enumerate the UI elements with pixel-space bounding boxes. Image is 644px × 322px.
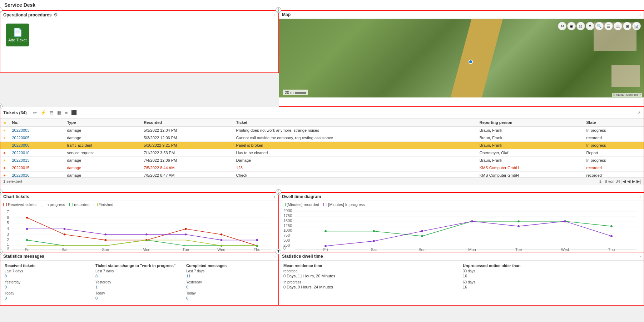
cell-recorded: 5/3/2022 12:04 PM xyxy=(141,127,233,134)
stat-status-label: Ticket status change to "work in progres… xyxy=(95,263,183,268)
cell-recorded: 5/10/2022 9:21 PM xyxy=(141,142,233,149)
table-row[interactable]: ● 20220005 damage 5/3/2022 12:06 PM Cann… xyxy=(0,134,644,142)
cell-state: recorded xyxy=(584,134,644,142)
stat-status-7days: Last 7 days 8 xyxy=(95,269,183,278)
svg-text:Fri: Fri xyxy=(25,247,29,251)
panel5-title: Dwell time diagram xyxy=(282,194,321,199)
svg-point-28 xyxy=(220,233,222,236)
col-person[interactable]: Reporting person xyxy=(477,119,584,127)
cell-dot: ● xyxy=(0,157,9,164)
stat-completed-label: Completed messages xyxy=(186,263,274,268)
panel3-header: Tickets (34) ✏ ⚡ ⊟ ▦ ≡ ⬛ ∧ xyxy=(0,107,644,119)
map-tool-layers[interactable]: ✉ xyxy=(558,22,566,30)
col-ticket[interactable]: Ticket xyxy=(233,119,477,127)
map-tool-chart[interactable]: 📊 xyxy=(632,22,641,30)
panel-stats-messages: 6 Statistics messages › Received tickets… xyxy=(0,252,279,306)
cell-person: Braun, Frank xyxy=(477,134,584,142)
legend-received-icon xyxy=(3,203,7,206)
table-row[interactable]: ● 20220013 damage 7/4/2022 12:06 PM Dama… xyxy=(0,157,644,164)
stat-status-today-val: 0 xyxy=(95,296,183,300)
col-dot: ● xyxy=(0,119,9,127)
cell-recorded: 7/5/2022 8:47 AM xyxy=(141,172,233,178)
toolbar-edit[interactable]: ✏ xyxy=(32,109,38,116)
panel5-chevron[interactable]: › xyxy=(639,195,641,199)
panel-chart-tickets: 4 Chart tickets › Received tickets In pr… xyxy=(0,192,279,252)
map-tool-lines[interactable]: ☰ xyxy=(604,22,613,30)
panel1-chevron[interactable]: › xyxy=(274,13,276,17)
table-row[interactable]: ● 20220016 damage 7/5/2022 8:47 AM Check… xyxy=(0,172,644,178)
panel3-title: Tickets (34) xyxy=(3,110,27,115)
panel2-chevron[interactable]: › xyxy=(639,12,641,17)
stat-mean-residence: Mean residence time recorded 0 Days, 11 … xyxy=(283,263,460,291)
map-tool-screen[interactable]: ⊞ xyxy=(623,22,631,30)
pag-first[interactable]: |◀ xyxy=(621,179,626,184)
pagination-info: 1 - 8 von 34 xyxy=(599,179,620,183)
table-row[interactable]: ● 20220003 damage 5/3/2022 12:04 PM Prin… xyxy=(0,127,644,134)
add-ticket-icon: 📄 xyxy=(13,28,23,37)
add-ticket-button[interactable]: 📄 Add Ticket xyxy=(6,24,29,46)
settings-icon[interactable]: ⚙ xyxy=(54,12,58,17)
table-row[interactable]: ● 20220006 traffic accident 5/10/2022 9:… xyxy=(0,142,644,149)
svg-point-66 xyxy=(373,230,375,232)
svg-text:5: 5 xyxy=(7,221,9,225)
panel5-header: Dwell time diagram › xyxy=(279,193,644,201)
map-tool-list[interactable]: ≡ xyxy=(586,22,594,30)
toolbar-columns[interactable]: ▦ xyxy=(56,109,63,116)
stat-received-yesterday-val: 0 xyxy=(5,285,93,289)
panel4-chevron[interactable]: › xyxy=(274,195,276,199)
cell-state: recorded xyxy=(584,164,644,172)
pag-next[interactable]: ▶ xyxy=(632,179,635,184)
map-container[interactable]: ✉ ◉ ◎ ≡ 🔍 ☰ 📖 ⊞ 📊 20 m © HERE | More Inf… xyxy=(279,19,644,97)
svg-text:1250: 1250 xyxy=(283,223,292,228)
col-state[interactable]: State xyxy=(584,119,644,127)
svg-point-78 xyxy=(610,235,613,237)
panel4-title: Chart tickets xyxy=(3,194,29,199)
cell-recorded: 7/1/2022 3:53 PM xyxy=(141,149,233,157)
toolbar-list[interactable]: ≡ xyxy=(64,109,69,116)
tickets-header-row: ● No. Type Recorded Ticket Reporting per… xyxy=(0,119,644,127)
pag-prev[interactable]: ◀ xyxy=(627,179,630,184)
table-row[interactable]: ● 20220015 damage 7/5/2022 8:44 AM 123 K… xyxy=(0,164,644,172)
map-tool-filter[interactable]: ◎ xyxy=(576,22,585,30)
tickets-table-container[interactable]: ● No. Type Recorded Ticket Reporting per… xyxy=(0,119,644,177)
panel1-header: Operational procedures ⚙ › xyxy=(0,11,278,19)
panel6-chevron[interactable]: › xyxy=(274,254,276,258)
panel-stats-dwell: 7 Statistics dwell time › Mean residence… xyxy=(279,252,644,306)
toolbar-filter[interactable]: ⚡ xyxy=(39,109,47,116)
cell-state: recorded xyxy=(584,172,644,178)
pag-last[interactable]: ▶| xyxy=(636,179,641,184)
col-type[interactable]: Type xyxy=(64,119,141,127)
svg-text:Mon: Mon xyxy=(468,247,476,251)
stat-received-yesterday: Yesterday 0 xyxy=(5,280,93,289)
stat-status-yesterday-val: 1 xyxy=(95,285,183,289)
panel3-chevron[interactable]: ∧ xyxy=(638,110,641,115)
toolbar-filter2[interactable]: ⊟ xyxy=(49,109,55,116)
map-tool-book[interactable]: 📖 xyxy=(614,22,622,30)
table-row[interactable]: ● 20220010 service request 7/1/2022 3:53… xyxy=(0,149,644,157)
cell-state: In progress xyxy=(584,157,644,164)
cell-dot: ● xyxy=(0,142,9,149)
selection-status: 1 selektiert xyxy=(3,179,22,183)
panel-operational-procedures: 1 Operational procedures ⚙ › 📄 Add Ticke… xyxy=(0,10,279,73)
cell-no: 20220015 xyxy=(9,164,64,172)
stat-received-today-val: 0 xyxy=(5,296,93,300)
svg-text:Wed: Wed xyxy=(561,247,569,251)
map-tool-search[interactable]: 🔍 xyxy=(595,22,604,30)
chart4-legend: Received tickets In progress recorded Fi… xyxy=(0,201,278,208)
toolbar-funnel[interactable]: ⬛ xyxy=(70,109,78,116)
stat-unprocessed: Unprocessed notice older than 30 days 16… xyxy=(463,263,639,291)
cell-ticket: 123 xyxy=(233,164,477,172)
col-no[interactable]: No. xyxy=(9,119,64,127)
svg-point-23 xyxy=(26,217,28,219)
stats6-content: Received tickets Last 7 days 8 Yesterday… xyxy=(0,261,278,305)
svg-point-69 xyxy=(517,220,520,222)
legend-recorded-icon xyxy=(69,203,73,206)
map-tool-stack[interactable]: ◉ xyxy=(567,22,576,30)
cell-ticket: Has to be cleaned xyxy=(233,149,477,157)
panel2-title: Map xyxy=(282,12,291,17)
tickets-body: ● 20220003 damage 5/3/2022 12:04 PM Prin… xyxy=(0,127,644,178)
col-recorded[interactable]: Recorded xyxy=(141,119,233,127)
cell-dot: ● xyxy=(0,164,9,172)
panel-map: 2 Map › ✉ ◉ ◎ ≡ 🔍 ☰ 📖 ⊞ xyxy=(279,10,644,107)
panel7-chevron[interactable]: › xyxy=(639,254,641,258)
